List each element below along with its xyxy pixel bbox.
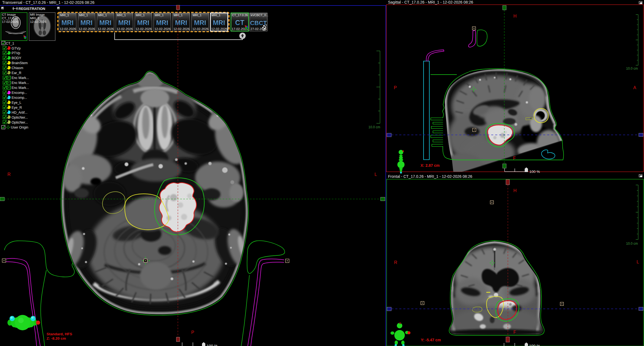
svg-text:R: R xyxy=(394,260,397,265)
svg-text:10.0 cm: 10.0 cm xyxy=(626,67,638,70)
svg-text:HD_Artif...: HD_Artif... xyxy=(12,111,28,115)
svg-text:100 %: 100 % xyxy=(207,344,218,346)
svg-text:CT: CT xyxy=(235,19,244,26)
svg-text:100 %: 100 % xyxy=(529,170,540,174)
svg-text:12-02-2026: 12-02-2026 xyxy=(155,27,171,31)
svg-text:12-02-2026: 12-02-2026 xyxy=(211,27,228,31)
svg-text:User Origin: User Origin xyxy=(11,126,28,129)
svg-text:F: F xyxy=(513,330,516,334)
svg-text:L: L xyxy=(374,172,377,177)
svg-text:Enc Mark...: Enc Mark... xyxy=(12,86,29,90)
svg-text:MRI: MRI xyxy=(61,19,74,26)
svg-text:MRI_1: MRI_1 xyxy=(174,13,182,17)
svg-text:BODY: BODY xyxy=(12,56,21,60)
svg-text:12-02-2026: 12-02-2026 xyxy=(60,27,76,31)
svg-text:12-02-2026: 12-02-2026 xyxy=(117,27,133,31)
svg-text:A: A xyxy=(633,85,636,90)
svg-text:12-02-2026: 12-02-2026 xyxy=(98,27,114,31)
svg-text:Eye_R: Eye_R xyxy=(12,106,22,110)
svg-text:Transversal - CT_17.0.26 - MRI: Transversal - CT_17.0.26 - MRI_1 - 12-02… xyxy=(2,0,95,5)
svg-text:Y: -5.47 cm: Y: -5.47 cm xyxy=(421,338,441,342)
svg-text:MRI_1: MRI_1 xyxy=(117,13,126,17)
svg-text:Enc Mark...: Enc Mark... xyxy=(12,81,29,85)
svg-text:Frontal - CT_17.0.26 - MRI_1 -: Frontal - CT_17.0.26 - MRI_1 - 12-02-202… xyxy=(388,174,472,179)
svg-text:CT Image: CT Image xyxy=(2,13,16,16)
svg-text:BrainStem: BrainStem xyxy=(12,61,28,65)
svg-text:CT_17.0.26: CT_17.0.26 xyxy=(2,17,18,20)
svg-text:MRI: MRI xyxy=(80,19,93,26)
svg-text:10.0 cm: 10.0 cm xyxy=(368,125,380,129)
svg-text:10.0 cm: 10.0 cm xyxy=(626,242,638,246)
svg-text:Ear_R: Ear_R xyxy=(12,71,21,75)
svg-text:MRI_1: MRI_1 xyxy=(60,13,69,17)
svg-text:17-02-2026: 17-02-2026 xyxy=(2,20,18,23)
svg-text:12-02-2026: 12-02-2026 xyxy=(30,20,46,23)
svg-text:Encomp...: Encomp... xyxy=(12,91,27,95)
svg-text:MRI_1: MRI_1 xyxy=(212,13,220,17)
svg-text:F: F xyxy=(513,156,516,160)
svg-text:P: P xyxy=(394,85,397,90)
svg-text:Eye_L: Eye_L xyxy=(12,101,21,105)
svg-text:Z: -8.20 cm: Z: -8.20 cm xyxy=(47,336,66,340)
svg-text:Encomp...: Encomp... xyxy=(12,96,27,100)
svg-text:MRI: MRI xyxy=(175,19,187,26)
svg-text:12-02-2026: 12-02-2026 xyxy=(192,27,209,31)
svg-text:H: H xyxy=(513,188,517,193)
svg-text:Chiasm: Chiasm xyxy=(12,66,23,70)
svg-text:100 %: 100 % xyxy=(529,344,540,346)
svg-text:CT_17.0.26: CT_17.0.26 xyxy=(232,13,248,17)
svg-text:MRI: MRI xyxy=(99,19,111,26)
svg-text:MRI_1: MRI_1 xyxy=(136,13,145,17)
svg-text:R: R xyxy=(7,172,11,177)
svg-text:OpticNer...: OpticNer... xyxy=(12,121,28,124)
svg-text:H: H xyxy=(513,14,517,18)
svg-text:MRI_1: MRI_1 xyxy=(155,13,164,17)
svg-text:Standard, HFS: Standard, HFS xyxy=(47,332,72,336)
svg-text:P: P xyxy=(191,330,194,335)
svg-text:MRI: MRI xyxy=(194,19,206,26)
svg-text:12-02-2026: 12-02-2026 xyxy=(79,27,95,31)
svg-text:OpticNer...: OpticNer... xyxy=(12,116,28,119)
svg-text:GTVp: GTVp xyxy=(12,47,21,50)
svg-text:Enc Mark...: Enc Mark... xyxy=(12,76,29,80)
svg-text:MRI_1: MRI_1 xyxy=(79,13,88,17)
svg-text:X: 2.87 cm: X: 2.87 cm xyxy=(421,163,440,168)
svg-text:REGISTRATION: REGISTRATION xyxy=(18,7,45,11)
svg-text:MRI: MRI xyxy=(156,19,168,26)
svg-text:PTVp: PTVp xyxy=(12,51,20,55)
svg-text:MRI: MRI xyxy=(137,19,149,26)
svg-text:L: L xyxy=(637,260,639,264)
svg-text:MRI_1: MRI_1 xyxy=(193,13,201,17)
svg-text:MRI_1: MRI_1 xyxy=(30,17,39,20)
svg-text:kVCBCT_0...: kVCBCT_0... xyxy=(251,13,268,17)
svg-text:12-02-2026: 12-02-2026 xyxy=(136,27,152,31)
svg-text:12-02-2026: 12-02-2026 xyxy=(173,27,190,31)
svg-text:MRI: MRI xyxy=(118,19,130,26)
svg-text:MR Image: MR Image xyxy=(30,13,45,16)
svg-text:CT_1: CT_1 xyxy=(6,42,14,45)
svg-text:Sagittal - CT_17.0.26 - MRI_1: Sagittal - CT_17.0.26 - MRI_1 - 12-02-20… xyxy=(388,0,473,4)
svg-text:MRI_1: MRI_1 xyxy=(98,13,107,17)
svg-text:MRI: MRI xyxy=(213,19,225,26)
